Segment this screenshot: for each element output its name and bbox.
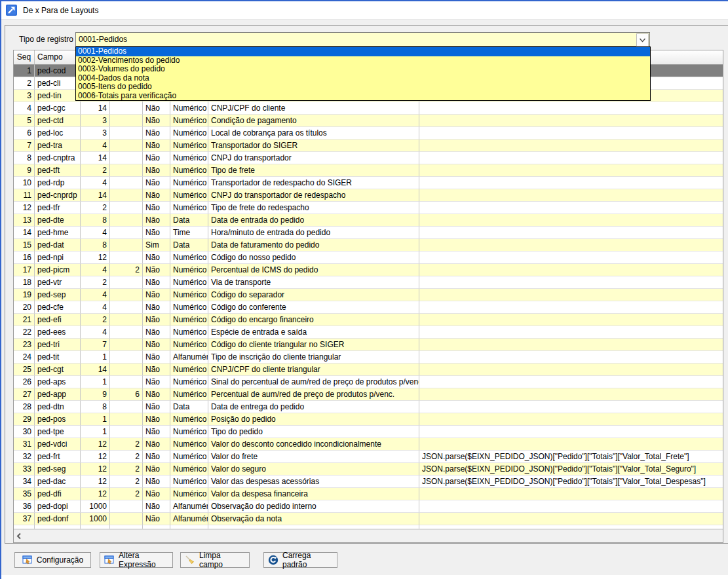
dropdown-option[interactable]: 0005-Itens do pedido (76, 83, 650, 92)
table-row[interactable]: 31ped-vdci122NãoNuméricoValor do descont… (14, 438, 723, 451)
cell-seq: 37 (14, 513, 35, 525)
dropdown-option[interactable]: 0004-Dados da nota (76, 74, 650, 83)
table-row[interactable]: 24ped-tit1NãoAlfanuméricoTipo de inscriç… (14, 351, 723, 364)
table-row[interactable]: 7ped-tra4NãoNuméricoTransportador do SIG… (14, 140, 723, 152)
cell-expr (419, 227, 723, 239)
table-row[interactable]: 23ped-tri7NãoNuméricoCódigo do cliente t… (14, 339, 723, 351)
cell-campo: ped-picm (35, 264, 81, 276)
cell-campo: ped-pos (35, 413, 81, 426)
combobox-dropdown-button[interactable] (636, 33, 649, 47)
cell-desc: Data de entrada do pedido (208, 214, 419, 227)
cell-tam: 14 (81, 152, 110, 164)
table-row[interactable]: 18ped-vtr2NãoNuméricoVia de transporte (14, 276, 723, 289)
table-row[interactable]: 27ped-app96NãoNuméricoPercentual de aum/… (14, 388, 723, 401)
record-type-label: Tipo de registro (7, 32, 73, 47)
cell-seq: 16 (14, 252, 35, 264)
cell-seq: 34 (14, 476, 35, 488)
cell-obr: Não (143, 164, 170, 177)
table-row[interactable]: 37ped-donf1000NãoAlfanuméricoObservação … (14, 513, 723, 525)
cell-obr: Não (143, 476, 170, 488)
cell-expr (419, 438, 723, 451)
table-row[interactable]: 4ped-cgc14NãoNuméricoCNPJ/CPF do cliente (14, 102, 723, 115)
cell-expr (419, 252, 723, 264)
table-row[interactable]: 8ped-cnptra14NãoNuméricoCNPJ do transpor… (14, 152, 723, 164)
table-row[interactable]: 34ped-dac122NãoNuméricoValor das despesa… (14, 476, 723, 488)
cell-obr: Não (143, 301, 170, 314)
cell-campo: ped-tin (35, 90, 81, 102)
cell-desc: Posição do pedido (208, 413, 419, 426)
configuration-button[interactable]: Configuração (14, 552, 91, 568)
clear-field-button[interactable]: Limpa campo (180, 552, 250, 568)
cell-tipo: Numérico (170, 189, 208, 202)
cell-expr (419, 413, 723, 426)
cell-tam: 1 (81, 426, 110, 438)
dropdown-option[interactable]: 0001-Pedidos (76, 47, 650, 56)
table-row[interactable]: 13ped-dte8NãoDataData de entrada do pedi… (14, 214, 723, 227)
cell-tam: 7 (81, 339, 110, 351)
cell-seq: 36 (14, 500, 35, 513)
cell-desc: Transportador de redespacho do SIGER (208, 177, 419, 189)
dropdown-option[interactable]: 0003-Volumes do pedido (76, 65, 650, 74)
table-row[interactable]: 22ped-ees4NãoNuméricoEspécie de entrada … (14, 326, 723, 339)
cell-desc: Valor do frete (208, 451, 419, 463)
dropdown-option[interactable]: 0002-Vencimentos do pedido (76, 56, 650, 65)
cell-desc: Transportador do SIGER (208, 140, 419, 152)
cell-campo: ped-dte (35, 214, 81, 227)
table-row[interactable]: 30ped-tpe1NãoNuméricoTipo do pedido (14, 426, 723, 438)
cell-tam: 1000 (81, 500, 110, 513)
cell-obr: Não (143, 388, 170, 401)
cell-campo: ped-cnprdp (35, 189, 81, 202)
cell-campo (35, 525, 81, 529)
cell-expr (419, 376, 723, 388)
cell-obr: Não (143, 115, 170, 127)
table-row[interactable]: 16ped-npi12NãoNuméricoCódigo do nosso pe… (14, 252, 723, 264)
table-row[interactable]: 6ped-loc3NãoNuméricoLocal de cobrança pa… (14, 127, 723, 140)
table-row[interactable]: 29ped-pos1NãoNuméricoPosição do pedido (14, 413, 723, 426)
load-default-button[interactable]: Carrega padrão (263, 552, 337, 568)
alter-expression-button[interactable]: Altera Expressão (100, 552, 173, 568)
scroll-left-button[interactable] (14, 530, 25, 542)
cell-desc (208, 525, 419, 529)
table-row[interactable]: 25ped-cgt14NãoNuméricoCNPJ/CPF do client… (14, 364, 723, 376)
record-type-combobox[interactable]: 0001-Pedidos (75, 32, 650, 47)
cell-desc: Condição de pagamento (208, 115, 419, 127)
table-row[interactable]: 17ped-picm42NãoNuméricoPercentual de ICM… (14, 264, 723, 276)
table-row[interactable]: 28ped-dtn8NãoDataData de entrega do pedi… (14, 401, 723, 413)
cell-tipo: Numérico (170, 476, 208, 488)
cell-seq: 30 (14, 426, 35, 438)
horizontal-scrollbar[interactable] (14, 529, 723, 542)
table-row[interactable]: 36ped-dopi1000NãoAlfanuméricoObservação … (14, 500, 723, 513)
cell-tam: 1 (81, 351, 110, 364)
table-row[interactable]: 21ped-efi2NãoNuméricoCódigo do encargo f… (14, 314, 723, 326)
cell-tipo: Numérico (170, 301, 208, 314)
table-row[interactable]: 35ped-dfi122NãoNuméricoValor da despesa … (14, 488, 723, 500)
table-row[interactable]: 15ped-dat8SimDataData de faturamento do … (14, 239, 723, 252)
table-row[interactable]: 33ped-seg122NãoNuméricoValor do seguroJS… (14, 463, 723, 476)
cell-expr (419, 326, 723, 339)
table-row[interactable]: 26ped-aps1NãoNuméricoSinal do percentual… (14, 376, 723, 388)
cell-campo: ped-loc (35, 127, 81, 140)
cell-seq: 8 (14, 152, 35, 164)
cell-dec (110, 513, 143, 525)
cell-obr: Não (143, 326, 170, 339)
table-row[interactable]: 12ped-tfr2NãoNuméricoTipo de frete do re… (14, 202, 723, 214)
table-row[interactable]: 32ped-frt122NãoNuméricoValor do freteJSO… (14, 451, 723, 463)
cell-dec (110, 115, 143, 127)
dropdown-option[interactable]: 0006-Totais para verificação (76, 92, 650, 101)
table-row[interactable]: 19ped-sep4NãoNuméricoCódigo do separador (14, 289, 723, 301)
cell-dec (110, 376, 143, 388)
cell-dec (110, 413, 143, 426)
cell-seq: 20 (14, 301, 35, 314)
table-row[interactable]: 20ped-cfe4NãoNuméricoCódigo do conferent… (14, 301, 723, 314)
cell-obr: Não (143, 401, 170, 413)
table-row[interactable]: 10ped-rdp4NãoNuméricoTransportador de re… (14, 177, 723, 189)
cell-campo: ped-npi (35, 252, 81, 264)
cell-campo: ped-ees (35, 326, 81, 339)
cell-seq: 29 (14, 413, 35, 426)
table-row[interactable]: 5ped-ctd3NãoNuméricoCondição de pagament… (14, 115, 723, 127)
cell-dec: 2 (110, 438, 143, 451)
table-row[interactable]: 11ped-cnprdp14NãoNuméricoCNPJ do transpo… (14, 189, 723, 202)
cell-dec: 2 (110, 463, 143, 476)
table-row[interactable]: 9ped-tft2NãoNuméricoTipo de frete (14, 164, 723, 177)
table-row[interactable]: 14ped-hme4NãoTimeHora/minuto de entrada … (14, 227, 723, 239)
